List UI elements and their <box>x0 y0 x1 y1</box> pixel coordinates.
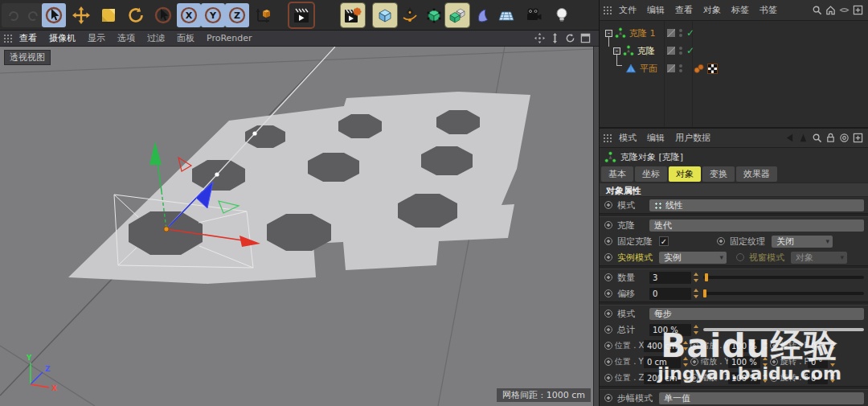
clones-dropdown[interactable]: 迭代 <box>649 219 864 232</box>
viewport-zoom-icon[interactable] <box>550 33 560 43</box>
param-toggle-icon[interactable] <box>690 374 698 382</box>
visibility-dots[interactable] <box>679 64 682 72</box>
search-icon[interactable] <box>812 5 822 15</box>
total-slider[interactable] <box>703 328 864 331</box>
spinner-icon[interactable] <box>829 356 836 367</box>
camera-button[interactable] <box>522 3 546 27</box>
spinner-icon[interactable] <box>682 356 689 367</box>
fix-texture-dropdown[interactable]: 关闭 <box>772 236 833 248</box>
visibility-dots[interactable] <box>679 47 682 55</box>
scale-y-field[interactable]: 100 % <box>728 356 760 368</box>
param-toggle-icon[interactable] <box>604 237 612 245</box>
spinner-icon[interactable] <box>693 288 699 299</box>
param-toggle-icon[interactable] <box>604 358 612 366</box>
am-menu-edit[interactable]: 编辑 <box>647 132 665 144</box>
target-icon[interactable] <box>839 133 850 143</box>
gizmo-origin[interactable] <box>164 227 169 232</box>
spinner-icon[interactable] <box>693 324 699 335</box>
object-name[interactable]: 平面 <box>640 63 657 75</box>
param-toggle-icon[interactable] <box>604 201 612 209</box>
position-x-field[interactable]: 400 cm <box>644 340 681 352</box>
visibility-dots[interactable] <box>679 29 682 37</box>
om-menu-file[interactable]: 文件 <box>619 4 637 16</box>
phong-tag-icon[interactable] <box>694 64 704 74</box>
object-row-cloner1[interactable]: - 克隆 1 ✓ <box>600 24 868 42</box>
add-panel-icon[interactable] <box>853 133 863 143</box>
object-row-cloner[interactable]: - 克隆 ✓ <box>600 42 868 59</box>
texture-tag-icon[interactable] <box>707 64 718 74</box>
tab-transform[interactable]: 变换 <box>702 166 735 182</box>
param-toggle-icon[interactable] <box>604 342 612 350</box>
history-back-icon[interactable] <box>784 133 795 143</box>
viewport-name-label[interactable]: 透视视图 <box>4 50 51 65</box>
total-field[interactable]: 100 % <box>649 324 691 336</box>
viewport-maximize-icon[interactable] <box>580 33 591 43</box>
section-header-object-properties[interactable]: 对象属性 <box>600 182 868 197</box>
live-selection-tool-icon[interactable] <box>42 3 66 27</box>
floor-environment-button[interactable] <box>494 3 518 27</box>
history-forward-icon[interactable] <box>798 133 809 143</box>
offset-field[interactable]: 0 <box>649 288 691 300</box>
panel-splitter[interactable] <box>593 47 599 406</box>
param-toggle-icon[interactable] <box>604 273 612 281</box>
object-row-plane[interactable]: 平面 <box>600 59 868 77</box>
om-menu-view[interactable]: 查看 <box>675 4 693 16</box>
om-menu-bookmarks[interactable]: 书签 <box>760 4 777 16</box>
perspective-viewport[interactable]: Y Z X 透视视图 网格间距 : 1000 cm <box>0 47 599 406</box>
vp-menu-display[interactable]: 显示 <box>88 32 105 44</box>
layer-color-box[interactable] <box>667 64 675 72</box>
rotation-b-field[interactable]: 0 ° <box>808 372 828 384</box>
position-y-field[interactable]: 0 cm <box>644 356 681 368</box>
am-menu-mode[interactable]: 模式 <box>619 132 637 144</box>
param-toggle-icon[interactable] <box>604 253 612 261</box>
param-toggle-icon[interactable] <box>770 358 778 366</box>
param-toggle-icon[interactable] <box>717 237 725 245</box>
stride-mode-dropdown[interactable]: 单一值 <box>659 392 864 404</box>
add-cube-primitive-button[interactable] <box>373 3 397 27</box>
mograph-cloner-button[interactable] <box>445 3 469 27</box>
x-axis-lock-button[interactable]: X <box>177 3 201 27</box>
render-view-button[interactable] <box>289 3 313 27</box>
menubar-grip-icon[interactable] <box>603 133 612 143</box>
z-axis-lock-button[interactable]: Z <box>225 3 249 27</box>
spinner-icon[interactable] <box>829 372 836 383</box>
scale-tool-icon[interactable] <box>96 3 121 27</box>
scale-z-field[interactable]: 100 % <box>728 372 760 384</box>
vp-menu-filter[interactable]: 过滤 <box>147 32 165 44</box>
move-tool-icon[interactable] <box>69 3 93 27</box>
spinner-icon[interactable] <box>682 340 689 351</box>
am-menu-userdata[interactable]: 用户数据 <box>675 132 710 144</box>
menubar-grip-icon[interactable] <box>603 6 612 15</box>
layer-color-box[interactable] <box>667 47 675 55</box>
spinner-icon[interactable] <box>762 356 768 367</box>
mode-dropdown[interactable]: 线性 <box>649 199 864 211</box>
make-editable-button[interactable] <box>422 3 446 27</box>
deformer-button[interactable] <box>472 3 496 27</box>
enable-checkmark[interactable]: ✓ <box>686 27 694 39</box>
spinner-icon[interactable] <box>829 340 836 351</box>
rotation-p-field[interactable]: 0 ° <box>808 356 828 368</box>
add-spline-pen-button[interactable] <box>398 3 422 27</box>
spinner-icon[interactable] <box>693 272 699 283</box>
param-toggle-icon[interactable] <box>770 342 778 350</box>
vp-menu-panel[interactable]: 面板 <box>177 32 194 44</box>
vp-menu-view[interactable]: 查看 <box>19 32 37 44</box>
step-mode-dropdown[interactable]: 每步 <box>649 308 864 320</box>
param-toggle-icon[interactable] <box>604 394 612 402</box>
fix-clone-checkbox[interactable]: ✓ <box>659 236 669 246</box>
position-z-field[interactable]: 200 cm <box>644 372 681 384</box>
vp-menu-cameras[interactable]: 摄像机 <box>49 32 76 44</box>
render-settings-button[interactable] <box>341 3 365 27</box>
spinner-icon[interactable] <box>762 340 768 351</box>
search-icon[interactable] <box>812 133 822 143</box>
coordinate-system-icon[interactable] <box>251 3 275 27</box>
param-toggle-icon[interactable] <box>690 358 698 366</box>
tab-object[interactable]: 对象 <box>669 166 701 182</box>
y-axis-lock-button[interactable]: Y <box>201 3 225 27</box>
home-icon[interactable] <box>825 5 836 15</box>
om-menu-edit[interactable]: 编辑 <box>647 4 665 16</box>
scale-x-field[interactable]: 100 % <box>728 340 760 352</box>
spinner-icon[interactable] <box>682 372 689 383</box>
viewport-rotate-icon[interactable] <box>565 33 575 43</box>
om-menu-objects[interactable]: 对象 <box>703 4 721 16</box>
